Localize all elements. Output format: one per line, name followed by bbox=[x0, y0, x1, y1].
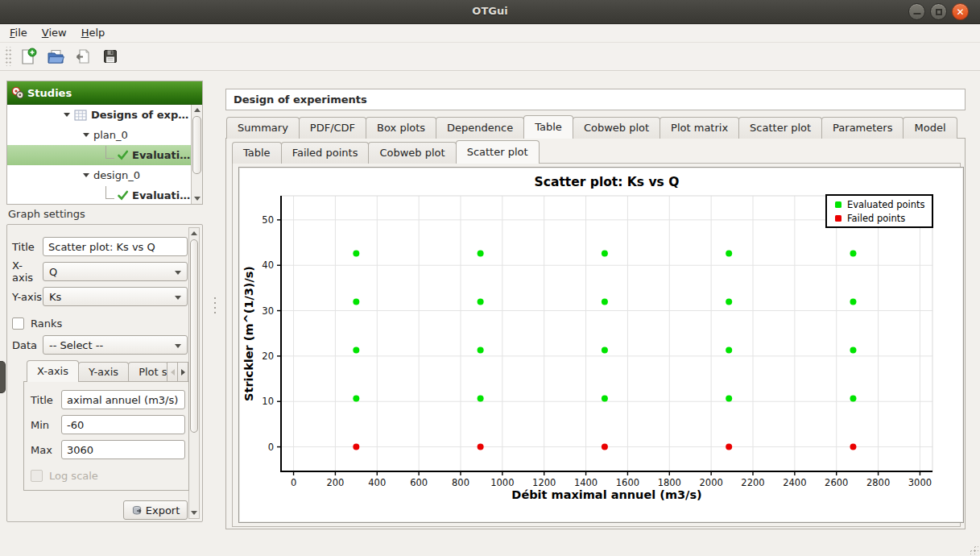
tree-item-label: plan_0 bbox=[93, 129, 128, 141]
tree-item-evaluation[interactable]: Evaluation bbox=[7, 185, 191, 204]
scroll-down-icon[interactable] bbox=[189, 508, 199, 518]
subtab-failed-points[interactable]: Failed points bbox=[281, 142, 370, 164]
svg-text:3000: 3000 bbox=[908, 477, 932, 488]
window-resize-grip[interactable] bbox=[967, 543, 978, 554]
axis-tab-plot-s[interactable]: Plot s bbox=[128, 362, 168, 382]
tab-parameters[interactable]: Parameters bbox=[821, 117, 904, 139]
tab-plot-matrix[interactable]: Plot matrix bbox=[660, 117, 739, 139]
export-icon bbox=[131, 504, 143, 517]
axis-title-label: Title bbox=[31, 394, 61, 406]
scatter-point bbox=[726, 347, 732, 354]
export-button-label: Export bbox=[146, 504, 180, 517]
import-python-script-button[interactable] bbox=[71, 45, 95, 68]
tab-model[interactable]: Model bbox=[903, 117, 957, 139]
ranks-label: Ranks bbox=[31, 317, 62, 330]
main-tabbar: SummaryPDF/CDFBox plotsDependenceTableCo… bbox=[226, 115, 957, 139]
svg-text:1400: 1400 bbox=[574, 477, 598, 488]
ranks-checkbox[interactable] bbox=[12, 317, 24, 330]
expander-icon[interactable] bbox=[83, 133, 89, 137]
open-folder-icon bbox=[46, 47, 65, 66]
tree-scrollbar-thumb[interactable] bbox=[192, 116, 201, 174]
yaxis-combobox[interactable]: Ks bbox=[43, 287, 188, 306]
expander-icon[interactable] bbox=[64, 113, 70, 117]
page-title: Design of experiments bbox=[225, 89, 966, 110]
scatter-point bbox=[478, 251, 484, 257]
subtab-scatter-plot[interactable]: Scatter plot bbox=[456, 140, 540, 164]
expander-icon[interactable] bbox=[83, 173, 89, 177]
scatter-point bbox=[353, 299, 359, 305]
scroll-up-icon[interactable] bbox=[192, 105, 202, 115]
studies-panel: Studies Designs of expe...plan_0Evaluati… bbox=[6, 81, 203, 205]
menu-file[interactable]: File bbox=[2, 24, 35, 41]
scroll-up-icon[interactable] bbox=[189, 228, 199, 239]
svg-text:2400: 2400 bbox=[783, 477, 806, 488]
tab-box-plots[interactable]: Box plots bbox=[366, 117, 436, 139]
chevron-down-icon bbox=[175, 271, 181, 275]
scatter-point bbox=[602, 347, 608, 354]
script-export-icon bbox=[73, 47, 93, 66]
maximize-button[interactable] bbox=[930, 3, 947, 20]
new-document-icon bbox=[19, 47, 38, 66]
tree-branch-line bbox=[105, 146, 114, 159]
otgui-window: OTGui ✕ FileViewHelp bbox=[0, 0, 980, 556]
new-study-button[interactable] bbox=[16, 45, 40, 68]
settings-scrollbar[interactable] bbox=[188, 227, 200, 519]
svg-text:1000: 1000 bbox=[490, 477, 514, 488]
subtab-table[interactable]: Table bbox=[232, 142, 282, 164]
tab-scatter-plot[interactable]: Scatter plot bbox=[738, 117, 822, 139]
splitter-collapse-handle[interactable] bbox=[0, 361, 6, 393]
scatter-plot-frame: 0200400600800100012001400160018002000220… bbox=[238, 167, 964, 523]
tab-cobweb-plot[interactable]: Cobweb plot bbox=[573, 117, 660, 139]
axis-title-input[interactable] bbox=[61, 390, 185, 409]
axis-tabbar: X-axisY-axisPlot s bbox=[27, 360, 167, 382]
settings-scrollbar-thumb[interactable] bbox=[190, 239, 198, 433]
minimize-button[interactable] bbox=[908, 3, 925, 20]
open-study-button[interactable] bbox=[43, 45, 68, 68]
axis-min-label: Min bbox=[31, 419, 61, 431]
tree-scrollbar[interactable] bbox=[191, 105, 202, 204]
data-combobox-value: -- Select -- bbox=[49, 339, 103, 351]
chevron-down-icon bbox=[175, 344, 181, 348]
scatter-plot-svg: 0200400600800100012001400160018002000220… bbox=[239, 168, 963, 522]
data-field-label: Data bbox=[12, 339, 43, 351]
save-study-button[interactable] bbox=[98, 45, 122, 68]
log-scale-label: Log scale bbox=[49, 470, 98, 482]
graph-title-input[interactable] bbox=[43, 237, 188, 256]
svg-text:50: 50 bbox=[262, 214, 274, 226]
axis-tab-y-axis[interactable]: Y-axis bbox=[78, 362, 129, 382]
tab-summary[interactable]: Summary bbox=[226, 117, 300, 139]
tree-item-label: Designs of expe... bbox=[91, 109, 191, 121]
scatter-point bbox=[850, 444, 856, 450]
graph-settings-heading: Graph settings bbox=[8, 208, 85, 220]
toolbar-drag-handle[interactable] bbox=[4, 47, 11, 66]
data-combobox[interactable]: -- Select -- bbox=[43, 335, 188, 355]
chart-title: Scatter plot: Ks vs Q bbox=[535, 175, 680, 189]
axis-tab-scroll-buttons bbox=[167, 362, 188, 382]
splitter-handle[interactable] bbox=[212, 295, 217, 316]
tab-table[interactable]: Table bbox=[523, 115, 573, 139]
subtab-cobweb-plot[interactable]: Cobweb plot bbox=[368, 142, 456, 164]
tree-item-designs-of-expe[interactable]: Designs of expe... bbox=[7, 105, 191, 125]
save-floppy-icon bbox=[101, 47, 120, 66]
tab-pdf-cdf[interactable]: PDF/CDF bbox=[299, 117, 366, 139]
xaxis-combobox[interactable]: Q bbox=[43, 262, 188, 281]
axis-max-input[interactable] bbox=[61, 440, 185, 459]
axis-min-input[interactable] bbox=[61, 415, 185, 434]
tab-scroll-left-button[interactable] bbox=[167, 362, 178, 382]
tab-dependence[interactable]: Dependence bbox=[436, 117, 524, 139]
axis-tab-x-axis[interactable]: X-axis bbox=[27, 360, 79, 382]
menu-view[interactable]: View bbox=[35, 24, 74, 41]
scatter-point bbox=[602, 251, 608, 257]
studies-tree: Designs of expe...plan_0Evaluationdesign… bbox=[7, 105, 191, 204]
close-button[interactable]: ✕ bbox=[952, 3, 969, 20]
yaxis-combobox-value: Ks bbox=[49, 291, 61, 303]
tree-item-design-0[interactable]: design_0 bbox=[7, 165, 191, 185]
svg-text:800: 800 bbox=[452, 477, 469, 488]
scroll-down-icon[interactable] bbox=[192, 193, 202, 204]
tab-scroll-right-button[interactable] bbox=[177, 362, 188, 382]
menu-help[interactable]: Help bbox=[74, 24, 113, 41]
svg-text:30: 30 bbox=[262, 305, 274, 317]
tree-item-plan-0[interactable]: plan_0 bbox=[7, 125, 191, 145]
export-button[interactable]: Export bbox=[123, 500, 188, 520]
tree-item-evaluation[interactable]: Evaluation bbox=[7, 145, 191, 165]
